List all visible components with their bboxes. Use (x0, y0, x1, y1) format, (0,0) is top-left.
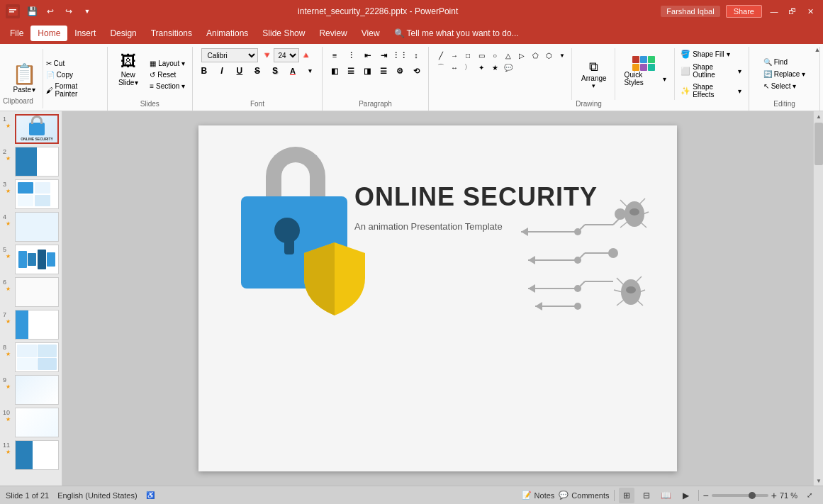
decrease-font-button[interactable]: 🔻 (260, 50, 274, 61)
shape-star4[interactable]: ✦ (475, 62, 488, 73)
menu-view[interactable]: View (354, 26, 387, 41)
share-button[interactable]: Share (726, 5, 762, 18)
menu-review[interactable]: Review (312, 26, 354, 41)
bullets-button[interactable]: ≡ (327, 48, 342, 62)
menu-animations[interactable]: Animations (199, 26, 255, 41)
slide-thumb-10[interactable]: 10★ (3, 408, 59, 437)
redo-button[interactable]: ↪ (61, 4, 77, 19)
bold-button[interactable]: B (196, 64, 212, 78)
quick-styles-button[interactable]: Quick Styles▾ (618, 48, 673, 94)
align-left-button[interactable]: ◧ (327, 64, 342, 78)
slide-canvas[interactable]: ONLINE SECURITY An animation Presentatio… (198, 125, 677, 471)
normal-view-button[interactable]: ⊞ (619, 488, 634, 503)
save-button[interactable]: 💾 (24, 4, 40, 19)
section-button[interactable]: ≡ Section▾ (147, 81, 188, 91)
slide-thumb-4[interactable]: 4★ (3, 212, 59, 242)
fit-window-button[interactable]: ⤢ (802, 488, 817, 503)
increase-font-button[interactable]: 🔺 (299, 50, 313, 61)
align-right-button[interactable]: ◨ (359, 64, 375, 78)
shape-rtarrow[interactable]: ▷ (515, 50, 528, 61)
reading-view-button[interactable]: 📖 (659, 488, 674, 503)
menu-home[interactable]: Home (30, 26, 67, 41)
select-button[interactable]: ↖ Select▾ (761, 81, 809, 91)
columns-button[interactable]: ⋮⋮ (392, 48, 408, 62)
shape-arrow[interactable]: → (448, 50, 461, 61)
slide-thumb-5[interactable]: 5★ (3, 245, 59, 274)
align-center-button[interactable]: ☰ (343, 64, 359, 78)
numbering-button[interactable]: ⋮ (343, 48, 359, 62)
shape-outline-button[interactable]: ⬜ Shape Outline▾ (678, 62, 744, 80)
font-family-select[interactable]: Calibri (201, 48, 258, 62)
menu-design[interactable]: Design (103, 26, 143, 41)
replace-button[interactable]: 🔄 Replace▾ (761, 69, 809, 79)
decrease-indent-button[interactable]: ⇤ (359, 48, 375, 62)
menu-slideshow[interactable]: Slide Show (255, 26, 312, 41)
shape-star5[interactable]: ★ (488, 62, 501, 73)
shape-dblstrarrow[interactable]: ↔ (448, 62, 461, 73)
shape-curve[interactable]: ⌒ (435, 62, 447, 73)
shape-more[interactable]: ▼ (556, 50, 569, 61)
menu-help[interactable]: 🔍Tell me what you want to do... (387, 26, 526, 41)
comments-button[interactable]: 💬 Comments (559, 491, 609, 500)
slide-thumb-3[interactable]: 3★ (3, 179, 59, 209)
find-button[interactable]: 🔍 Find (761, 57, 809, 67)
strikethrough-button[interactable]: S (250, 64, 265, 78)
slides-panel[interactable]: 1 ★ ONLINE SECURITY 2★ 3★ (0, 111, 62, 486)
zoom-thumb[interactable] (749, 492, 756, 499)
scrollbar-thumb[interactable] (814, 123, 823, 165)
italic-button[interactable]: I (214, 64, 230, 78)
menu-transitions[interactable]: Transitions (144, 26, 199, 41)
underline-button[interactable]: U (232, 64, 247, 78)
menu-insert[interactable]: Insert (67, 26, 103, 41)
slide-content-area[interactable]: ONLINE SECURITY An animation Presentatio… (62, 111, 813, 486)
slide-thumb-1[interactable]: 1 ★ ONLINE SECURITY (3, 114, 59, 144)
scroll-up-button[interactable]: ▲ (814, 111, 823, 121)
slide-sorter-button[interactable]: ⊟ (639, 488, 654, 503)
shape-callout[interactable]: 💬 (502, 62, 515, 73)
user-name[interactable]: Farshad Iqbal (661, 6, 720, 17)
collapse-ribbon-button[interactable]: ▲ (812, 44, 823, 55)
slide-thumb-11[interactable]: 11★ (3, 440, 59, 470)
shape-effects-button[interactable]: ✨ Shape Effects▾ (678, 82, 744, 100)
slide-thumb-2[interactable]: 2★ (3, 147, 59, 177)
zoom-out-button[interactable]: − (703, 490, 709, 501)
smart-art-button[interactable]: ⚙ (392, 64, 408, 78)
close-button[interactable]: ✕ (805, 5, 817, 18)
zoom-control[interactable]: − + 71 % (703, 490, 797, 501)
menu-file[interactable]: File (3, 26, 30, 41)
increase-indent-button[interactable]: ⇥ (376, 48, 391, 62)
customize-qat-button[interactable]: ▼ (79, 4, 95, 19)
copy-button[interactable]: 📄 Copy (43, 69, 104, 80)
shape-line[interactable]: ╱ (435, 50, 447, 61)
zoom-slider[interactable] (712, 494, 768, 497)
shadow-button[interactable]: S (267, 64, 283, 78)
shape-rect[interactable]: □ (461, 50, 474, 61)
layout-button[interactable]: ▦ Layout▾ (147, 58, 188, 69)
shape-roundrect[interactable]: ▭ (475, 50, 488, 61)
zoom-in-button[interactable]: + (771, 490, 777, 501)
vertical-scrollbar[interactable]: ▲ ▼ (813, 111, 823, 486)
font-color-picker-button[interactable]: ▾ (303, 64, 318, 78)
font-color-button[interactable]: A (285, 64, 301, 78)
shape-hex[interactable]: ⬡ (542, 50, 555, 61)
line-spacing-button[interactable]: ↕ (408, 48, 424, 62)
slide-thumb-8[interactable]: 8★ (3, 342, 59, 372)
new-slide-button[interactable]: 🖼 New Slide▾ (111, 48, 145, 91)
format-painter-button[interactable]: 🖌 Format Painter (43, 81, 104, 99)
font-size-select[interactable]: 24 (274, 48, 299, 62)
shape-oval[interactable]: ○ (488, 50, 501, 61)
text-direction-button[interactable]: ⟲ (408, 64, 424, 78)
shape-chevron[interactable]: 〉 (461, 62, 474, 73)
undo-button[interactable]: ↩ (43, 4, 58, 19)
slide-thumb-9[interactable]: 9★ (3, 375, 59, 405)
slideshow-button[interactable]: ▶ (678, 488, 694, 503)
shape-triangle[interactable]: △ (502, 50, 515, 61)
scroll-down-button[interactable]: ▼ (814, 476, 823, 486)
minimize-button[interactable]: — (768, 5, 780, 18)
restore-button[interactable]: 🗗 (786, 5, 799, 18)
cut-button[interactable]: ✂ Cut (43, 58, 104, 69)
slide-thumb-6[interactable]: 6★ (3, 277, 59, 307)
scrollbar-track[interactable] (814, 121, 823, 476)
shape-pentagon[interactable]: ⬠ (529, 50, 542, 61)
slide-thumb-7[interactable]: 7★ (3, 310, 59, 340)
